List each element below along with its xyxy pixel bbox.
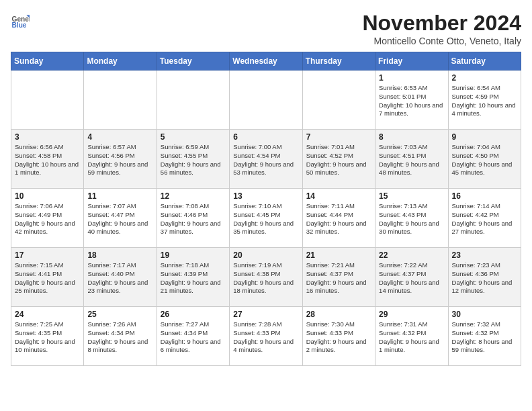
day-info: Sunrise: 7:23 AM Sunset: 4:36 PM Dayligh…: [452, 261, 517, 295]
day-info: Sunrise: 7:13 AM Sunset: 4:43 PM Dayligh…: [379, 202, 444, 236]
day-info: Sunrise: 6:56 AM Sunset: 4:58 PM Dayligh…: [15, 143, 80, 177]
day-number: 12: [161, 191, 226, 201]
calendar-cell: 11Sunrise: 7:07 AM Sunset: 4:47 PM Dayli…: [84, 189, 157, 248]
day-number: 8: [379, 132, 444, 142]
day-info: Sunrise: 7:17 AM Sunset: 4:40 PM Dayligh…: [87, 261, 152, 295]
calendar-week-3: 10Sunrise: 7:06 AM Sunset: 4:49 PM Dayli…: [11, 189, 521, 248]
day-number: 20: [233, 250, 298, 260]
calendar-cell: 7Sunrise: 7:01 AM Sunset: 4:52 PM Daylig…: [302, 130, 375, 189]
day-info: Sunrise: 7:00 AM Sunset: 4:54 PM Dayligh…: [233, 143, 298, 177]
day-number: 3: [15, 132, 80, 142]
day-number: 7: [306, 132, 371, 142]
calendar-cell: 15Sunrise: 7:13 AM Sunset: 4:43 PM Dayli…: [375, 189, 448, 248]
day-info: Sunrise: 7:03 AM Sunset: 4:51 PM Dayligh…: [379, 143, 444, 177]
day-number: 19: [161, 250, 226, 260]
day-info: Sunrise: 7:14 AM Sunset: 4:42 PM Dayligh…: [452, 202, 517, 236]
calendar-cell: [84, 71, 157, 130]
day-info: Sunrise: 6:53 AM Sunset: 5:01 PM Dayligh…: [379, 84, 444, 118]
weekday-header-wednesday: Wednesday: [230, 52, 302, 71]
day-number: 9: [452, 132, 517, 142]
day-number: 30: [452, 310, 517, 319]
day-number: 18: [87, 250, 152, 260]
day-number: 11: [87, 191, 152, 201]
calendar-week-2: 3Sunrise: 6:56 AM Sunset: 4:58 PM Daylig…: [11, 130, 521, 189]
day-number: 22: [379, 250, 444, 260]
calendar-cell: 22Sunrise: 7:22 AM Sunset: 4:37 PM Dayli…: [375, 248, 448, 307]
calendar-week-1: 1Sunrise: 6:53 AM Sunset: 5:01 PM Daylig…: [11, 71, 521, 130]
calendar-cell: 3Sunrise: 6:56 AM Sunset: 4:58 PM Daylig…: [11, 130, 84, 189]
day-info: Sunrise: 7:27 AM Sunset: 4:34 PM Dayligh…: [161, 320, 226, 355]
logo-icon: General Blue: [11, 11, 30, 30]
calendar-cell: 16Sunrise: 7:14 AM Sunset: 4:42 PM Dayli…: [448, 189, 521, 248]
calendar-cell: 29Sunrise: 7:31 AM Sunset: 4:32 PM Dayli…: [375, 307, 448, 366]
calendar-cell: 18Sunrise: 7:17 AM Sunset: 4:40 PM Dayli…: [84, 248, 157, 307]
calendar-body: 1Sunrise: 6:53 AM Sunset: 5:01 PM Daylig…: [11, 71, 521, 366]
month-title: November 2024: [362, 11, 521, 36]
calendar-cell: 4Sunrise: 6:57 AM Sunset: 4:56 PM Daylig…: [84, 130, 157, 189]
calendar-cell: 26Sunrise: 7:27 AM Sunset: 4:34 PM Dayli…: [157, 307, 229, 366]
calendar-cell: 8Sunrise: 7:03 AM Sunset: 4:51 PM Daylig…: [375, 130, 448, 189]
day-number: 13: [233, 191, 298, 201]
calendar-cell: 25Sunrise: 7:26 AM Sunset: 4:34 PM Dayli…: [84, 307, 157, 366]
calendar-cell: [157, 71, 229, 130]
calendar-cell: 9Sunrise: 7:04 AM Sunset: 4:50 PM Daylig…: [448, 130, 521, 189]
weekday-header-thursday: Thursday: [302, 52, 375, 71]
title-block: November 2024 Monticello Conte Otto, Ven…: [362, 11, 521, 46]
calendar-cell: 23Sunrise: 7:23 AM Sunset: 4:36 PM Dayli…: [448, 248, 521, 307]
day-info: Sunrise: 7:06 AM Sunset: 4:49 PM Dayligh…: [15, 202, 80, 236]
calendar-cell: 24Sunrise: 7:25 AM Sunset: 4:35 PM Dayli…: [11, 307, 84, 366]
day-info: Sunrise: 6:54 AM Sunset: 4:59 PM Dayligh…: [452, 84, 517, 118]
day-number: 29: [379, 310, 444, 319]
day-info: Sunrise: 7:04 AM Sunset: 4:50 PM Dayligh…: [452, 143, 517, 177]
calendar-cell: 5Sunrise: 6:59 AM Sunset: 4:55 PM Daylig…: [157, 130, 229, 189]
day-info: Sunrise: 7:15 AM Sunset: 4:41 PM Dayligh…: [15, 261, 80, 295]
weekday-header-sunday: Sunday: [11, 52, 84, 71]
location: Monticello Conte Otto, Veneto, Italy: [362, 36, 521, 46]
calendar-cell: 10Sunrise: 7:06 AM Sunset: 4:49 PM Dayli…: [11, 189, 84, 248]
calendar-cell: [302, 71, 375, 130]
day-info: Sunrise: 7:22 AM Sunset: 4:37 PM Dayligh…: [379, 261, 444, 295]
calendar-week-5: 24Sunrise: 7:25 AM Sunset: 4:35 PM Dayli…: [11, 307, 521, 366]
calendar-cell: 12Sunrise: 7:08 AM Sunset: 4:46 PM Dayli…: [157, 189, 229, 248]
calendar-cell: 21Sunrise: 7:21 AM Sunset: 4:37 PM Dayli…: [302, 248, 375, 307]
day-number: 25: [87, 310, 152, 319]
weekday-header-row: SundayMondayTuesdayWednesdayThursdayFrid…: [11, 52, 521, 71]
day-info: Sunrise: 7:32 AM Sunset: 4:32 PM Dayligh…: [452, 320, 517, 355]
calendar-cell: 1Sunrise: 6:53 AM Sunset: 5:01 PM Daylig…: [375, 71, 448, 130]
calendar-cell: [11, 71, 84, 130]
page-header: General Blue November 2024 Monticello Co…: [11, 11, 521, 46]
svg-text:Blue: Blue: [12, 21, 27, 29]
logo: General Blue: [11, 11, 32, 30]
day-info: Sunrise: 7:08 AM Sunset: 4:46 PM Dayligh…: [161, 202, 226, 236]
day-info: Sunrise: 7:01 AM Sunset: 4:52 PM Dayligh…: [306, 143, 371, 177]
calendar-cell: 28Sunrise: 7:30 AM Sunset: 4:33 PM Dayli…: [302, 307, 375, 366]
weekday-header-friday: Friday: [375, 52, 448, 71]
day-info: Sunrise: 6:59 AM Sunset: 4:55 PM Dayligh…: [161, 143, 226, 177]
day-number: 21: [306, 250, 371, 260]
day-info: Sunrise: 7:26 AM Sunset: 4:34 PM Dayligh…: [87, 320, 152, 355]
day-info: Sunrise: 6:57 AM Sunset: 4:56 PM Dayligh…: [87, 143, 152, 177]
day-number: 5: [161, 132, 226, 142]
calendar-table: SundayMondayTuesdayWednesdayThursdayFrid…: [11, 52, 521, 366]
day-number: 4: [87, 132, 152, 142]
day-number: 10: [15, 191, 80, 201]
day-info: Sunrise: 7:07 AM Sunset: 4:47 PM Dayligh…: [87, 202, 152, 236]
weekday-header-tuesday: Tuesday: [157, 52, 229, 71]
day-number: 1: [379, 73, 444, 83]
calendar-cell: 20Sunrise: 7:19 AM Sunset: 4:38 PM Dayli…: [230, 248, 302, 307]
weekday-header-monday: Monday: [84, 52, 157, 71]
day-number: 24: [15, 310, 80, 319]
day-info: Sunrise: 7:10 AM Sunset: 4:45 PM Dayligh…: [233, 202, 298, 236]
calendar-cell: 6Sunrise: 7:00 AM Sunset: 4:54 PM Daylig…: [230, 130, 302, 189]
day-number: 14: [306, 191, 371, 201]
day-info: Sunrise: 7:19 AM Sunset: 4:38 PM Dayligh…: [233, 261, 298, 295]
calendar-week-4: 17Sunrise: 7:15 AM Sunset: 4:41 PM Dayli…: [11, 248, 521, 307]
day-info: Sunrise: 7:21 AM Sunset: 4:37 PM Dayligh…: [306, 261, 371, 295]
day-number: 28: [306, 310, 371, 319]
day-number: 15: [379, 191, 444, 201]
day-info: Sunrise: 7:28 AM Sunset: 4:33 PM Dayligh…: [233, 320, 298, 355]
day-number: 17: [15, 250, 80, 260]
day-number: 16: [452, 191, 517, 201]
day-number: 6: [233, 132, 298, 142]
weekday-header-saturday: Saturday: [448, 52, 521, 71]
